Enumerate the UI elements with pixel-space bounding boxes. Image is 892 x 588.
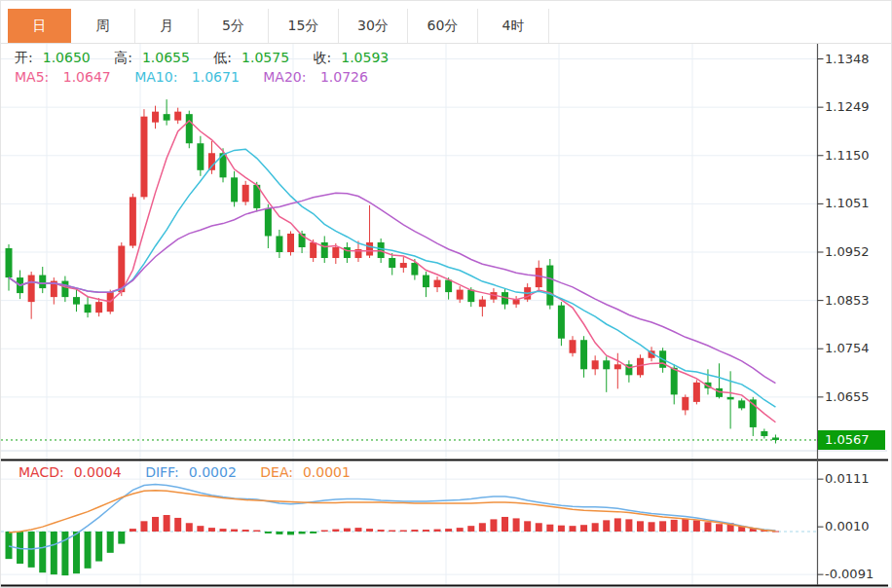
tab-4hour[interactable]: 4时 [478,9,549,43]
panel-frame [1,44,888,586]
candle-body [411,263,418,276]
macd-bar [716,524,723,532]
candle-body [85,305,92,313]
candle-body [423,276,429,288]
candle-body [614,364,621,369]
candle-body [231,177,238,202]
period-tabbar: 日周月5分15分30分60分4时 [1,1,892,44]
macd-bar [423,530,429,532]
macd-bar [51,532,57,574]
macd-bar [164,515,170,532]
macd-bar [354,528,361,532]
chart-area: 开:1.0650 高:1.0655 低:1.0575 收:1.0593 MA5:… [1,44,892,588]
macd-bar [411,530,418,532]
macd-bar [704,522,711,532]
macd-bar [95,532,102,562]
candle-body [73,297,80,305]
candle-body [682,397,688,411]
gridlines [1,44,818,585]
macd-bar [73,532,80,573]
macd-bar [118,532,125,544]
macd-bar [130,529,136,532]
candle-body [738,400,745,408]
candle-body [603,360,610,369]
macd-bar [513,518,520,532]
candle-body [276,236,282,252]
candle-body [400,263,407,268]
candle-body [389,258,395,268]
tab-5min[interactable]: 5分 [199,9,269,43]
macd-bar [659,521,666,532]
candle-body [6,248,13,277]
candle-body [242,185,249,202]
macd-bar [140,521,147,532]
macd-bar [174,518,181,532]
macd-histogram [6,515,779,575]
candle-body [265,208,272,237]
macd-bar [39,532,46,572]
macd-bar [85,532,92,569]
candle-body [208,153,215,170]
macd-bar [389,531,395,532]
candle-body [570,340,576,353]
candle-body [310,242,316,258]
macd-bar [570,526,576,532]
macd-bar [592,523,599,532]
tab-day[interactable]: 日 [8,9,71,43]
macd-bar [693,520,700,532]
macd-bar [603,520,610,532]
candle-body [434,280,441,288]
macd-bar [434,530,441,532]
macd-bar [253,531,260,532]
macd-bar [287,532,294,534]
macd-bar [208,528,215,532]
tab-30min[interactable]: 30分 [339,9,408,43]
macd-bar [625,519,632,532]
tab-week[interactable]: 周 [71,9,135,43]
macd-bar [524,521,531,532]
trading-chart-app: 日周月5分15分30分60分4时 开:1.0650 高:1.0655 低:1.0… [0,0,892,588]
macd-bar [490,519,497,532]
candle-body [761,431,767,436]
candle-body [580,340,587,369]
macd-bar [400,531,407,532]
candle-body [118,245,125,292]
candle-body [130,197,136,245]
candle-body [467,290,474,303]
candle-body [152,112,159,123]
candle-body [164,114,170,121]
macd-bar [321,531,328,532]
macd-bar [310,532,316,533]
candle-body [558,306,565,339]
macd-bar [637,521,644,532]
tab-60min[interactable]: 60分 [408,9,478,43]
macd-bar [580,525,587,532]
candle-body [321,242,328,258]
candlestick-macd-chart[interactable] [1,44,892,588]
macd-bar [558,526,565,532]
candle-body [727,397,734,400]
candle-body [536,268,542,287]
candle-body [61,281,68,298]
tab-15min[interactable]: 15分 [269,9,339,43]
candle-body [479,300,486,308]
candle-body [197,143,204,170]
macd-bar [479,523,486,532]
macd-bar [265,532,272,533]
macd-bar [242,530,249,532]
candle-body [174,112,181,121]
macd-bar [152,517,159,532]
tab-month[interactable]: 月 [135,9,199,43]
macd-bar [231,530,238,532]
candle-body [457,290,464,300]
macd-bar [457,528,464,532]
candle-body [366,242,373,256]
candle-body [546,266,553,306]
macd-bar [536,523,542,532]
macd-bar [614,518,621,532]
axis-ticks [818,59,824,575]
macd-bar [378,530,385,532]
candle-body [28,276,35,303]
macd-bar [366,529,373,532]
macd-bar [671,520,678,532]
